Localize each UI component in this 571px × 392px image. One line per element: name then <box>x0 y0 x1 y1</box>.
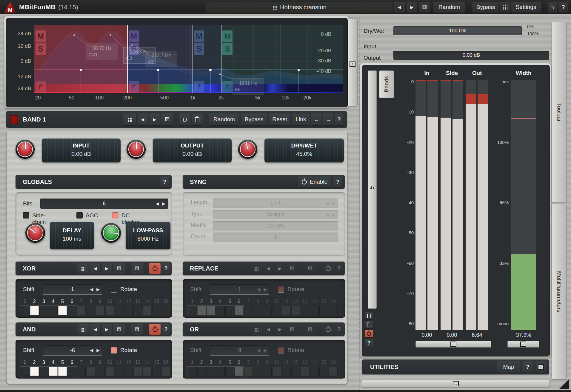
xor-dice-button[interactable]: ⚄ <box>113 263 125 274</box>
xor-presets-button[interactable] <box>77 263 89 274</box>
bit-cell-2[interactable] <box>30 367 39 376</box>
xor-power-button[interactable] <box>149 263 161 274</box>
band-route-icon[interactable]: ↱ <box>194 81 204 93</box>
band-route-icon[interactable]: ↱ <box>36 81 46 93</box>
increment-icon[interactable]: ▶ <box>332 201 335 205</box>
randomize-dice-button[interactable]: ⚄ <box>419 2 430 13</box>
bit-cell-1[interactable] <box>21 367 29 376</box>
replace-shift-field[interactable]: 1◀▶ <box>210 284 270 294</box>
and-prev-button[interactable]: ◀ <box>90 324 100 335</box>
tune-button[interactable] <box>500 2 510 13</box>
bit-cell-10[interactable] <box>273 367 281 376</box>
bit-cell-15[interactable] <box>152 306 161 315</box>
band-color-swatch[interactable] <box>10 115 18 124</box>
meter-popup-button[interactable] <box>365 321 373 328</box>
replace-rotate-checkbox[interactable] <box>278 286 284 292</box>
or-next-button[interactable]: ▶ <box>275 324 285 335</box>
level-meter-bar[interactable] <box>478 80 488 330</box>
input-knob[interactable] <box>16 140 35 159</box>
settings-button[interactable]: Settings <box>511 2 541 13</box>
band-mid-toggle[interactable]: M <box>194 30 204 42</box>
bit-cell-13[interactable] <box>133 367 142 376</box>
replace-dice2-button[interactable]: ⚄ <box>304 263 316 274</box>
bit-cell-11[interactable] <box>282 367 290 376</box>
or-help-button[interactable]: ? <box>335 324 343 335</box>
bit-cell-11[interactable] <box>115 306 123 315</box>
level-meter-bar[interactable] <box>453 80 463 330</box>
sync-help-button[interactable]: ? <box>333 176 342 187</box>
bit-cell-5[interactable] <box>58 367 67 376</box>
replace-prev-button[interactable]: ◀ <box>263 263 273 274</box>
band-4-region[interactable] <box>221 25 343 84</box>
xor-shift-field[interactable]: 1◀▶ <box>43 284 102 294</box>
band-help-button[interactable]: ? <box>335 113 343 125</box>
bit-cell-4[interactable] <box>49 367 58 376</box>
or-shift-field[interactable]: 8◀▶ <box>210 345 270 355</box>
next-preset-button[interactable]: ▶ <box>407 2 417 13</box>
delay-knob[interactable] <box>25 223 45 243</box>
bit-cell-10[interactable] <box>273 306 281 315</box>
band-side-toggle[interactable]: S <box>222 43 233 55</box>
replace-power-button[interactable] <box>322 263 334 274</box>
band-link-button[interactable]: Link <box>292 113 310 125</box>
meter-pause-button[interactable] <box>365 312 373 319</box>
band-dice-button[interactable]: ⚄ <box>161 113 173 125</box>
bit-cell-11[interactable] <box>282 306 290 315</box>
or-power-button[interactable] <box>322 324 334 335</box>
decrement-icon[interactable]: ◀ <box>90 348 93 352</box>
bit-cell-15[interactable] <box>152 367 161 376</box>
and-next-button[interactable]: ▶ <box>102 324 112 335</box>
title-help-button[interactable]: ? <box>558 2 568 13</box>
decrement-icon[interactable]: ◀ <box>257 348 260 352</box>
lowpass-knob[interactable] <box>101 223 121 243</box>
band-mid-toggle[interactable]: M <box>222 30 233 42</box>
and-dice-button[interactable]: ⚄ <box>113 324 125 335</box>
band-bypass-button[interactable]: Bypass <box>241 113 267 125</box>
band-mid-toggle[interactable]: M <box>129 30 139 42</box>
crossover-line-2[interactable] <box>193 25 193 93</box>
decrement-icon[interactable]: ◀ <box>326 201 329 205</box>
bit-cell-7[interactable] <box>244 306 253 315</box>
sync-enable-button[interactable]: Enable <box>298 176 331 187</box>
meter-power-button[interactable] <box>365 330 373 337</box>
level-meter-bar[interactable] <box>415 80 426 330</box>
drywet-slider[interactable]: 100.0% <box>393 26 522 35</box>
bit-cell-6[interactable] <box>235 306 244 315</box>
drywet-knob[interactable] <box>238 140 257 159</box>
bit-cell-8[interactable] <box>87 367 95 376</box>
bit-cell-7[interactable] <box>77 367 86 376</box>
bit-cell-16[interactable] <box>162 306 170 315</box>
or-rotate-checkbox[interactable] <box>278 347 284 353</box>
increment-icon[interactable]: ▶ <box>264 287 267 291</box>
bit-cell-14[interactable] <box>310 306 319 315</box>
graph-plot-area[interactable] <box>34 25 343 93</box>
increment-icon[interactable]: ▶ <box>96 348 100 352</box>
utilities-help-button[interactable]: ? <box>522 361 533 373</box>
width-range-slider[interactable]: ↔ <box>507 341 539 348</box>
bit-cell-15[interactable] <box>319 367 328 376</box>
band-level-handle[interactable] <box>157 69 159 71</box>
replace-help-button[interactable]: ? <box>335 263 343 274</box>
checkbox-side-chain[interactable] <box>23 212 29 219</box>
bit-cell-3[interactable] <box>39 367 48 376</box>
band-prev-button[interactable]: ◀ <box>138 113 148 125</box>
band-side-toggle[interactable]: S <box>194 43 204 55</box>
band-4-level-line[interactable] <box>221 70 343 70</box>
replace-next-button[interactable]: ▶ <box>275 263 285 274</box>
bit-cell-11[interactable] <box>115 367 123 376</box>
band-side-toggle[interactable]: S <box>36 43 46 55</box>
band-next-button[interactable]: ▶ <box>150 113 160 125</box>
bit-cell-8[interactable] <box>254 367 262 376</box>
bit-cell-6[interactable] <box>68 367 76 376</box>
and-presets-button[interactable] <box>77 324 89 335</box>
band-presets-button[interactable] <box>123 113 136 125</box>
bands-tab[interactable]: Bands <box>379 70 394 98</box>
bit-cell-7[interactable] <box>77 306 86 315</box>
and-help-button[interactable]: ? <box>162 324 170 335</box>
bit-cell-16[interactable] <box>329 367 338 376</box>
level-meter-bar[interactable] <box>441 80 451 330</box>
bit-cell-5[interactable] <box>225 367 234 376</box>
bit-cell-6[interactable] <box>235 367 244 376</box>
band-link-next-button[interactable]: → <box>323 113 333 125</box>
sync-length-field[interactable]: 1 / 4◀▶ <box>213 199 338 208</box>
